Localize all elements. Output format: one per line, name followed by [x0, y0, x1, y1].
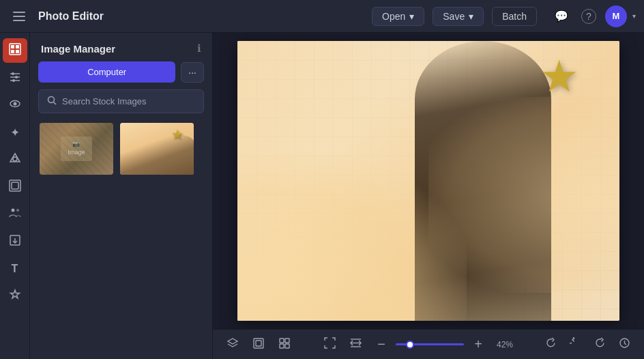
svg-rect-23: [254, 339, 263, 348]
rotate-button[interactable]: [539, 333, 562, 356]
svg-rect-27: [280, 344, 284, 348]
avatar-chevron-icon[interactable]: ▾: [632, 12, 636, 20]
redo-button[interactable]: [588, 333, 611, 356]
fit-width-button[interactable]: [344, 333, 367, 356]
zoom-out-icon: −: [377, 336, 385, 352]
image-manager-panel: Image Manager ℹ Computer ··· Search Stoc…: [30, 33, 213, 359]
people-tool-button[interactable]: [3, 202, 27, 227]
svg-rect-28: [285, 344, 289, 348]
frames-tool-button[interactable]: [3, 175, 27, 199]
stock-search-label: Search Stock Images: [62, 96, 147, 106]
canvas-area: ★: [213, 33, 644, 359]
zoom-controls: − + 42%: [318, 333, 517, 356]
adjustments-tool-button[interactable]: [3, 66, 27, 90]
svg-point-8: [15, 76, 18, 78]
open-button[interactable]: Open ▾: [372, 7, 424, 26]
save-chevron-icon: ▾: [469, 11, 473, 22]
thumbnail-1[interactable]: 📷Image: [38, 121, 115, 176]
text-icon: T: [12, 263, 18, 275]
help-button[interactable]: ?: [578, 5, 600, 27]
star-decoration: ★: [540, 55, 579, 98]
stickers-tool-button[interactable]: [3, 284, 27, 308]
image-manager-tool-button[interactable]: [3, 38, 27, 63]
save-button[interactable]: Save ▾: [433, 7, 484, 26]
zoom-slider[interactable]: [396, 343, 464, 345]
hamburger-icon: [10, 9, 28, 24]
svg-point-10: [12, 79, 15, 82]
panel-title: Image Manager: [41, 43, 115, 55]
canvas-wrapper[interactable]: ★: [213, 33, 644, 329]
svg-rect-24: [256, 341, 261, 346]
svg-rect-2: [16, 45, 19, 48]
svg-point-13: [13, 157, 17, 161]
chat-button[interactable]: 💬: [551, 5, 572, 27]
fit-width-icon: [350, 337, 362, 351]
header-actions: 💬 ? M ▾: [551, 5, 636, 27]
svg-point-16: [11, 208, 14, 212]
zoom-out-button[interactable]: −: [370, 333, 393, 356]
thumbnail-2[interactable]: ★: [119, 121, 195, 176]
search-icon: [47, 96, 57, 107]
svg-rect-25: [280, 339, 284, 343]
save-label: Save: [443, 11, 465, 22]
svg-rect-26: [285, 339, 289, 343]
redo-icon: [594, 337, 606, 351]
panel-header: Image Manager ℹ: [30, 33, 212, 61]
overlays-tool-button[interactable]: [3, 147, 27, 172]
export-icon: [9, 234, 21, 250]
rotate-icon: [545, 337, 557, 351]
svg-point-17: [16, 209, 19, 212]
grid-icon: [278, 337, 291, 352]
history-button[interactable]: [613, 333, 636, 356]
magic-icon: ✦: [10, 126, 20, 140]
svg-rect-15: [12, 182, 18, 189]
menu-button[interactable]: [8, 5, 30, 27]
left-toolbar: ✦: [0, 33, 30, 359]
help-icon: ?: [581, 9, 596, 24]
panel-actions: Computer ···: [30, 61, 212, 89]
svg-line-21: [54, 102, 57, 105]
export-tool-button[interactable]: [3, 229, 27, 254]
preview-tool-button[interactable]: [3, 93, 27, 117]
svg-rect-4: [16, 50, 19, 53]
zoom-in-icon: +: [474, 336, 482, 352]
undo-icon: [570, 337, 581, 351]
more-options-button[interactable]: ···: [181, 62, 204, 83]
frames-icon: [9, 180, 21, 195]
history-icon: [619, 337, 630, 351]
fit-screen-button[interactable]: [318, 333, 341, 356]
transform-icon: [252, 337, 265, 352]
avatar[interactable]: M: [605, 5, 627, 27]
open-label: Open: [382, 11, 405, 22]
grid-button[interactable]: [273, 333, 296, 356]
bottom-toolbar: − + 42%: [213, 329, 644, 359]
svg-point-20: [48, 97, 55, 103]
overlays-icon: [9, 152, 21, 168]
computer-button[interactable]: Computer: [38, 61, 175, 83]
app-header: Photo Editor Open ▾ Save ▾ Batch 💬 ? M ▾: [0, 0, 644, 33]
transform-button[interactable]: [247, 333, 270, 356]
search-stock-button[interactable]: Search Stock Images: [38, 89, 204, 113]
app-title: Photo Editor: [38, 10, 104, 23]
zoom-in-button[interactable]: +: [467, 333, 490, 356]
svg-rect-3: [11, 50, 14, 53]
batch-button[interactable]: Batch: [492, 7, 537, 26]
people-icon: [9, 207, 21, 222]
canvas-image: ★: [237, 41, 619, 321]
batch-label: Batch: [502, 11, 527, 22]
main-content: ✦: [0, 33, 644, 359]
effects-tool-button[interactable]: ✦: [3, 120, 27, 145]
image-manager-icon: [9, 43, 21, 59]
text-tool-button[interactable]: T: [3, 257, 27, 281]
svg-point-12: [13, 102, 16, 105]
info-icon[interactable]: ℹ: [197, 42, 201, 55]
svg-marker-22: [228, 339, 237, 344]
stickers-icon: [9, 289, 21, 304]
undo-button[interactable]: [564, 333, 587, 356]
eye-icon: [9, 98, 21, 113]
svg-rect-1: [11, 45, 14, 48]
layers-button[interactable]: [221, 333, 244, 356]
bottom-right-actions: [539, 333, 636, 356]
zoom-level-label: 42%: [493, 340, 517, 349]
adjustments-icon: [9, 70, 21, 86]
